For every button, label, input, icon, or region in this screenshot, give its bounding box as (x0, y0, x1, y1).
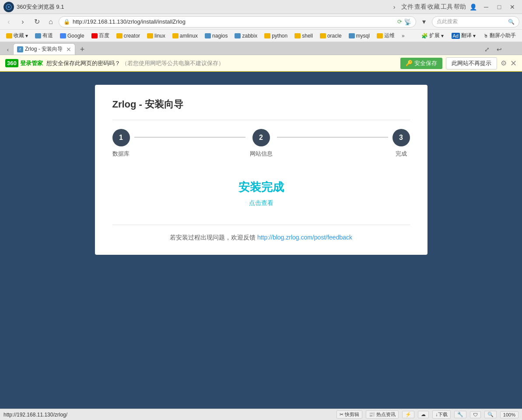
tab-restore-btn[interactable]: ⤢ (482, 44, 492, 55)
pw-no-btn[interactable]: 此网站不再提示 (446, 57, 497, 69)
feedback-link[interactable]: http://blog.zrlog.com/post/feedback (257, 234, 352, 241)
install-complete-section: 安装完成 点击查看 (112, 175, 410, 220)
download-btn[interactable]: ↓下载 (432, 410, 451, 419)
bookmark-shell[interactable]: shell (292, 32, 315, 40)
step-1-label: 数据库 (112, 150, 130, 158)
file-menu[interactable]: 文件 (401, 2, 413, 12)
secure-icon: 🔒 (63, 19, 70, 25)
browser-window: 360安全浏览器 9.1 › 文件 查看 收藏 工具 帮助 👤 ─ □ ✕ ‹ … (0, 0, 522, 420)
more-label: » (402, 33, 405, 39)
bookmark-google[interactable]: Google (57, 32, 87, 40)
forward-btn[interactable]: › (17, 16, 29, 28)
main-area: Zrlog - 安装向导 1 数据库 2 网站信息 (0, 72, 522, 255)
translate-btn[interactable]: Ad 翻译 ▾ (449, 31, 478, 40)
tab-bar: ‹ Z Zrlog - 安装向导 ✕ + ⤢ ↩ (0, 42, 522, 55)
nav-bar: ‹ › ↻ ⌂ 🔒 http://192.168.11.130/zrlog/in… (0, 14, 522, 30)
title-bar-controls: › 文件 查看 收藏 工具 帮助 👤 ─ □ ✕ (388, 2, 518, 12)
hot-info-btn[interactable]: 📰 热点资讯 (366, 410, 399, 419)
step-3-circle: 3 (392, 129, 410, 146)
user-btn[interactable]: 👤 (467, 2, 479, 12)
status-bar: http://192.168.11.130/zrlog/ ✂ 快剪辑 📰 热点资… (0, 409, 522, 420)
bookmark-creator[interactable]: creator (114, 32, 143, 40)
maximize-btn[interactable]: □ (493, 2, 505, 12)
pw-message: 想安全保存此网页的密码吗？ （若您使用网吧等公共电脑不建议保存） (46, 59, 397, 67)
bookmark-mysql[interactable]: mysql (346, 32, 372, 40)
linux-icon (147, 33, 153, 38)
home-btn[interactable]: ⌂ (45, 16, 57, 28)
bookmark-amlinux[interactable]: amlinux (170, 32, 200, 40)
back-btn[interactable]: ‹ (3, 16, 15, 28)
search-status-btn[interactable]: 🔍 (484, 411, 497, 418)
tab-title: Zrlog - 安装向导 (25, 45, 63, 53)
scroll-label: 翻屏小助手 (490, 32, 516, 39)
speed-icon-btn[interactable]: ⚡ (402, 411, 414, 418)
shell-label: shell (302, 33, 313, 39)
scroll-helper-btn[interactable]: 🖱 翻屏小助手 (481, 31, 518, 40)
feedback-text: 若安装过程出现问题，欢迎反馈 (170, 234, 256, 241)
status-url: http://192.168.11.130/zrlog/ (4, 412, 336, 418)
close-btn[interactable]: ✕ (506, 2, 518, 12)
oracle-icon (320, 33, 326, 38)
step-3: 3 完成 (392, 129, 410, 158)
tab-right-controls: ⤢ ↩ (482, 44, 504, 55)
tab-undo-btn[interactable]: ↩ (494, 44, 504, 55)
pw-save-btn[interactable]: 🔑 安全保存 (400, 58, 442, 69)
shell-icon (294, 33, 301, 38)
bookmark-ops[interactable]: 运维 (374, 31, 397, 40)
zoom-btn[interactable]: 100% (500, 411, 518, 418)
page-title: Zrlog - 安装向导 (112, 98, 410, 120)
bookmarks-bar: 收藏 ▾ 有道 Google 百度 creator linux amlinux (0, 30, 522, 42)
cloud-icon-btn[interactable]: ☁ (418, 411, 429, 418)
new-tab-btn[interactable]: + (77, 44, 88, 55)
menu-arrow-btn[interactable]: › (388, 2, 400, 12)
scroll-icon: 🖱 (483, 33, 488, 38)
bookmark-more[interactable]: » (399, 32, 407, 40)
status-right: ✂ 快剪辑 📰 热点资讯 ⚡ ☁ ↓下载 🔧 🛡 🔍 100% (336, 410, 518, 419)
help-menu[interactable]: 帮助 (454, 2, 466, 12)
step-2: 2 网站信息 (250, 129, 273, 158)
bookmark-linux[interactable]: linux (144, 32, 168, 40)
bookmark-nagios[interactable]: nagios (202, 32, 230, 40)
favorites-menu[interactable]: 收藏 (427, 2, 440, 12)
pw-settings-btn[interactable]: ⚙ (501, 59, 507, 67)
search-placeholder: 点此搜索 (437, 18, 458, 25)
translate-label: 翻译 (461, 32, 472, 39)
bookmark-youdao[interactable]: 有道 (32, 31, 56, 40)
tab-close-btn[interactable]: ✕ (66, 46, 71, 53)
dropdown-btn[interactable]: ▾ (418, 16, 430, 28)
search-bar[interactable]: 点此搜索 🔍 (432, 16, 519, 28)
rss-icon: 📡 (404, 18, 411, 25)
svg-point-2 (8, 6, 10, 8)
shield-status-btn[interactable]: 🛡 (470, 411, 481, 418)
collect-label: 收藏 (14, 32, 24, 39)
tab-back-btn[interactable]: ‹ (3, 44, 13, 55)
active-tab[interactable]: Z Zrlog - 安装向导 ✕ (13, 43, 75, 55)
tools-menu[interactable]: 工具 (441, 2, 453, 12)
bookmark-python[interactable]: python (262, 32, 290, 40)
step-1: 1 数据库 (112, 129, 130, 158)
bookmark-zabbix[interactable]: zabbix (232, 32, 260, 40)
bookmark-baidu[interactable]: 百度 (89, 31, 112, 40)
browser-title: 360安全浏览器 9.1 (17, 3, 64, 11)
refresh-btn[interactable]: ↻ (31, 16, 43, 28)
tools-status-btn[interactable]: 🔧 (454, 411, 466, 418)
address-bar[interactable]: 🔒 http://192.168.11.130/zrlog/install/in… (59, 16, 416, 28)
youdao-icon (35, 33, 41, 38)
stepper: 1 数据库 2 网站信息 3 (112, 129, 410, 158)
pw-brand: 360 登录管家 (5, 59, 43, 67)
bookmark-collect[interactable]: 收藏 ▾ (4, 31, 31, 40)
mysql-icon (349, 33, 355, 38)
extensions-btn[interactable]: 🧩 扩展 ▾ (419, 31, 446, 40)
bookmark-oracle[interactable]: oracle (317, 32, 344, 40)
view-site-link[interactable]: 点击查看 (249, 199, 273, 206)
quick-clip-btn[interactable]: ✂ 快剪辑 (336, 410, 362, 419)
minimize-btn[interactable]: ─ (480, 2, 492, 12)
mysql-label: mysql (356, 33, 370, 39)
view-menu[interactable]: 查看 (414, 2, 427, 12)
refresh-icon: ⟳ (397, 18, 402, 25)
pw-close-btn[interactable]: ✕ (510, 59, 517, 68)
zabbix-icon (235, 33, 241, 38)
collect-icon (6, 33, 12, 38)
translate-icon: Ad (452, 33, 460, 39)
address-text: http://192.168.11.130/zrlog/install/inst… (73, 18, 397, 25)
